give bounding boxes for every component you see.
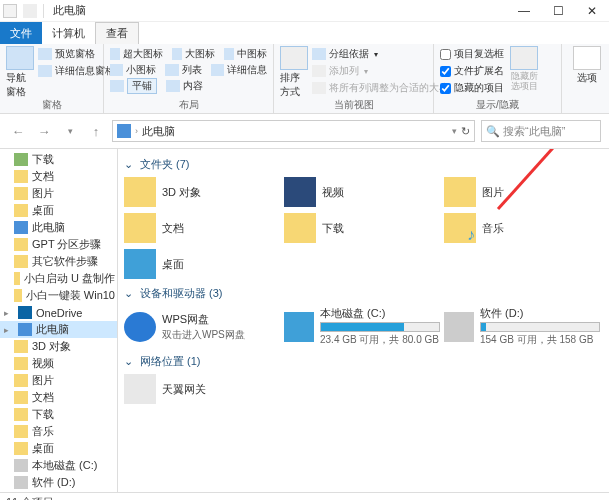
folder-icon [14, 238, 28, 251]
preview-pane-icon [38, 48, 52, 60]
chevron-down-icon: ⌄ [124, 158, 134, 171]
maximize-button[interactable]: ☐ [541, 0, 575, 22]
main-area: 下载文档图片桌面此电脑GPT 分区步骤其它软件步骤小白启动 U 盘制作小白一键装… [0, 148, 609, 492]
address-path: 此电脑 [142, 124, 175, 139]
item-icon [124, 312, 156, 342]
section-title: 网络位置 (1) [140, 354, 201, 369]
sidebar-item[interactable]: 音乐 [0, 423, 117, 440]
item-label: 视频 [322, 185, 344, 200]
list-item[interactable]: 3D 对象 [122, 174, 282, 210]
item-icon [124, 249, 156, 279]
options-button[interactable]: 选项 [568, 46, 606, 85]
list-item[interactable]: 软件 (D:)154 GB 可用，共 158 GB [442, 303, 602, 350]
sidebar-item[interactable]: 小白启动 U 盘制作 [0, 270, 117, 287]
sidebar-item[interactable]: GPT 分区步骤 [0, 236, 117, 253]
sidebar-item[interactable]: 桌面 [0, 440, 117, 457]
folder-icon [14, 391, 28, 404]
list-item[interactable]: 下载 [282, 210, 442, 246]
layout-detail[interactable]: 详细信息 [227, 63, 267, 77]
capacity-bar [480, 322, 600, 332]
sidebar-item[interactable]: ▸OneDrive [0, 304, 117, 321]
list-item[interactable]: WPS网盘双击进入WPS网盘 [122, 303, 282, 350]
sidebar-item-label: GPT 分区步骤 [32, 237, 101, 252]
sidebar-item[interactable]: 软件 (D:) [0, 474, 117, 491]
chk-hidden-items[interactable] [440, 83, 451, 94]
layout-lg[interactable]: 大图标 [185, 47, 215, 61]
list-item[interactable]: 本地磁盘 (C:)23.4 GB 可用，共 80.0 GB [282, 303, 442, 350]
sidebar-item[interactable]: 本地磁盘 (C:) [0, 457, 117, 474]
sidebar-item-label: 桌面 [32, 203, 54, 218]
search-field[interactable]: 🔍 搜索“此电脑” [481, 120, 601, 142]
list-item[interactable]: 桌面 [122, 246, 282, 282]
item-subtext: 双击进入WPS网盘 [162, 328, 245, 342]
folder-icon [14, 255, 28, 268]
up-button[interactable]: ↑ [86, 121, 106, 141]
content-pane[interactable]: ⌄文件夹 (7)3D 对象视频图片文档下载音乐桌面⌄设备和驱动器 (3)WPS网… [118, 149, 609, 492]
ribbon-group-panes: 导航窗格 预览窗格 详细信息窗格 窗格 [0, 44, 104, 113]
groupby-button[interactable]: 分组依据▾ [312, 46, 449, 62]
sidebar-item[interactable]: 小白一键装 Win10 [0, 287, 117, 304]
folder-icon [14, 374, 28, 387]
sidebar-item[interactable]: 此电脑 [0, 219, 117, 236]
layout-content[interactable]: 内容 [183, 79, 203, 93]
section-header[interactable]: ⌄网络位置 (1) [122, 350, 609, 371]
item-label: 音乐 [482, 221, 504, 236]
ribbon-group-options: 选项 [562, 44, 602, 113]
sidebar-item[interactable]: 下载 [0, 406, 117, 423]
refresh-button[interactable]: ↻ [461, 125, 470, 138]
sidebar-item[interactable]: 文档 [0, 168, 117, 185]
quickaccess-icon[interactable] [23, 4, 37, 18]
sidebar-item[interactable]: 文档 [0, 389, 117, 406]
item-icon [284, 312, 314, 342]
sidebar-item[interactable]: 图片 [0, 185, 117, 202]
tab-view[interactable]: 查看 [95, 22, 139, 44]
layout-xl[interactable]: 超大图标 [123, 47, 163, 61]
chk-extensions[interactable] [440, 66, 451, 77]
sidebar-item[interactable]: 视频 [0, 355, 117, 372]
layout-md[interactable]: 中图标 [237, 47, 267, 61]
layout-tiles[interactable]: 平铺 [127, 78, 157, 94]
item-label: 天翼网关 [162, 382, 206, 397]
list-item[interactable]: 文档 [122, 210, 282, 246]
ribbon-group-current: 排序方式 分组依据▾ 添加列▾ 将所有列调整为合适的大小 当前视图 [274, 44, 434, 113]
sidebar-item[interactable]: 其它软件步骤 [0, 253, 117, 270]
list-item[interactable]: 视频 [282, 174, 442, 210]
list-item[interactable]: 天翼网关 [122, 371, 282, 407]
addcol-button[interactable]: 添加列▾ [312, 63, 449, 79]
folder-icon [14, 170, 28, 183]
layout-sm[interactable]: 小图标 [126, 63, 156, 77]
address-field[interactable]: › 此电脑 ▾ ↻ [112, 120, 475, 142]
sidebar-item[interactable]: 桌面 [0, 202, 117, 219]
sidebar-item[interactable]: 图片 [0, 372, 117, 389]
sidebar-item[interactable]: 下载 [0, 151, 117, 168]
sidebar-item-label: 小白一键装 Win10 [26, 288, 115, 303]
section-header[interactable]: ⌄文件夹 (7) [122, 153, 609, 174]
recent-dropdown[interactable]: ▾ [60, 121, 80, 141]
ribbon: 导航窗格 预览窗格 详细信息窗格 窗格 超大图标大图标中图标 小图标列表详细信息… [0, 44, 609, 114]
layout-list[interactable]: 列表 [182, 63, 202, 77]
folder-icon [14, 153, 28, 166]
chevron-down-icon: ⌄ [124, 355, 134, 368]
group-label-panes: 窗格 [0, 98, 103, 112]
list-item[interactable]: 图片 [442, 174, 602, 210]
back-button[interactable]: ← [8, 121, 28, 141]
item-label: 软件 (D:) [480, 306, 600, 321]
nav-sidebar[interactable]: 下载文档图片桌面此电脑GPT 分区步骤其它软件步骤小白启动 U 盘制作小白一键装… [0, 149, 118, 492]
item-icon [444, 213, 476, 243]
sidebar-item-label: 图片 [32, 186, 54, 201]
close-button[interactable]: ✕ [575, 0, 609, 22]
autosize-button[interactable]: 将所有列调整为合适的大小 [312, 80, 449, 96]
sidebar-item-label: 文档 [32, 390, 54, 405]
sort-icon [280, 46, 308, 70]
forward-button[interactable]: → [34, 121, 54, 141]
sidebar-item[interactable]: ▸此电脑 [0, 321, 117, 338]
list-item[interactable]: 音乐 [442, 210, 602, 246]
tab-file[interactable]: 文件 [0, 22, 42, 44]
tab-computer[interactable]: 计算机 [42, 22, 95, 44]
item-icon [124, 374, 156, 404]
sidebar-item[interactable]: 3D 对象 [0, 338, 117, 355]
minimize-button[interactable]: — [507, 0, 541, 22]
sidebar-item-label: 其它软件步骤 [32, 254, 98, 269]
chk-item-checkboxes[interactable] [440, 49, 451, 60]
section-header[interactable]: ⌄设备和驱动器 (3) [122, 282, 609, 303]
